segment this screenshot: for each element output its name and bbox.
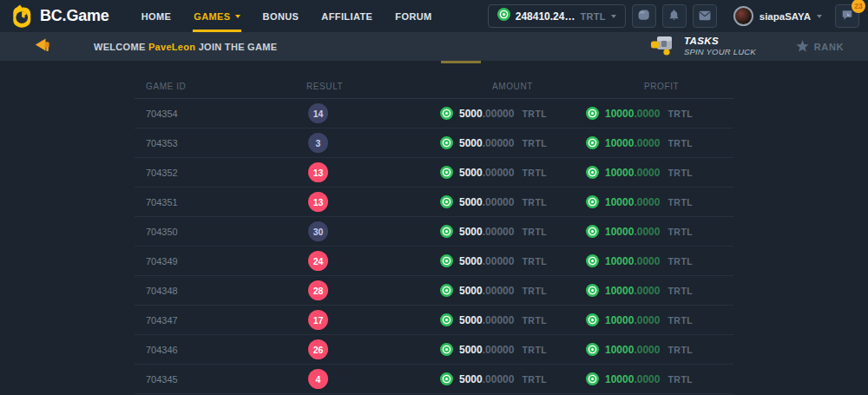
game-id: 704350 [135, 227, 295, 237]
megaphone-icon [35, 37, 52, 56]
chevron-down-icon [235, 15, 240, 18]
brand-name: BC.Game [40, 7, 109, 25]
profit-currency: TRTL [667, 256, 693, 267]
result-cell: 3 [295, 133, 391, 153]
profit-cell: 10000.0000 TRTL [538, 284, 733, 297]
chevron-down-icon [611, 15, 616, 18]
game-id: 704347 [135, 315, 295, 326]
profit-cell: 10000.0000 TRTL [538, 225, 733, 238]
profit-cell: 10000.0000 TRTL [538, 254, 733, 267]
wallet-button[interactable] [632, 4, 656, 28]
table-row[interactable]: 704349 24 5000.00000 TRTL 10000.0000 TRT… [135, 247, 733, 276]
coin-icon [440, 166, 453, 179]
coin-icon [586, 195, 599, 208]
amount-int: 5000 [459, 314, 483, 326]
welcome-message: WELCOME PaveLeon JOIN THE GAME [94, 42, 277, 52]
table-row[interactable]: 704353 3 5000.00000 TRTL 10000.0000 TRTL [135, 128, 733, 158]
amount-int: 5000 [459, 285, 483, 297]
game-id: 704353 [135, 138, 295, 148]
profit-int: 10000 [605, 285, 634, 297]
wallet-icon [637, 9, 650, 24]
amount-frac: .00000 [483, 285, 515, 297]
profit-frac: .0000 [634, 196, 660, 208]
header-game-id: GAME ID [135, 82, 295, 91]
page: BC.Game HOME GAMES BONUS AFFILIATE FORUM… [0, 0, 868, 395]
chat-button[interactable]: 23 [835, 4, 859, 28]
profit-currency: TRTL [667, 374, 693, 385]
amount-frac: .00000 [483, 255, 515, 267]
profit-cell: 10000.0000 TRTL [538, 313, 733, 326]
nav-item[interactable]: HOME [130, 0, 183, 32]
game-id: 704351 [135, 197, 295, 207]
table-row[interactable]: 704352 13 5000.00000 TRTL 10000.0000 TRT… [135, 158, 733, 188]
profit-cell: 10000.0000 TRTL [538, 166, 733, 179]
coin-icon [440, 107, 453, 120]
amount-int: 5000 [459, 226, 483, 238]
table-row[interactable]: 704350 30 5000.00000 TRTL 10000.0000 TRT… [135, 217, 733, 247]
table-row[interactable]: 704347 17 5000.00000 TRTL 10000.0000 TRT… [135, 306, 733, 335]
chevron-down-icon [817, 15, 822, 18]
coin-icon [497, 8, 510, 24]
chat-unread-badge: 23 [852, 0, 865, 13]
amount-cell: 5000.00000 TRTL [391, 225, 538, 238]
amount-frac: .00000 [483, 167, 515, 179]
game-id: 704354 [135, 109, 295, 119]
bcgame-logo-icon [10, 4, 33, 28]
tasks-shortcut[interactable]: TASKS SPIN YOUR LUCK [650, 35, 756, 59]
welcome-username: PaveLeon [148, 42, 195, 52]
nav-item[interactable]: BONUS [252, 0, 311, 32]
rank-label: RANK [814, 42, 844, 52]
profit-currency: TRTL [667, 168, 693, 178]
balance-selector[interactable]: 248410.24… TRTL [488, 4, 626, 28]
bets-table: GAME ID RESULT AMOUNT PROFIT 704354 14 5… [135, 75, 733, 394]
table-row[interactable]: 704348 28 5000.00000 TRTL 10000.0000 TRT… [135, 276, 733, 306]
nav-label: HOME [141, 11, 172, 22]
result-cell: 13 [295, 192, 391, 212]
amount-cell: 5000.00000 TRTL [391, 343, 538, 356]
table-row[interactable]: 704346 26 5000.00000 TRTL 10000.0000 TRT… [135, 335, 733, 365]
amount-int: 5000 [459, 196, 483, 208]
result-badge: 17 [308, 310, 328, 330]
table-row[interactable]: 704354 14 5000.00000 TRTL 10000.0000 TRT… [135, 99, 733, 128]
main-nav: HOME GAMES BONUS AFFILIATE FORUM [130, 0, 444, 32]
nav-item[interactable]: AFFILIATE [310, 0, 384, 32]
brand-logo[interactable]: BC.Game [10, 4, 109, 28]
coin-icon [440, 254, 453, 267]
welcome-banner: WELCOME PaveLeon JOIN THE GAME TASKS SPI… [0, 32, 868, 61]
result-cell: 30 [295, 221, 391, 241]
rank-shortcut[interactable]: RANK [796, 40, 844, 54]
coin-icon [440, 195, 453, 208]
amount-frac: .00000 [483, 108, 515, 120]
profit-currency: TRTL [667, 315, 693, 326]
tasks-title: TASKS [684, 36, 756, 47]
profit-frac: .0000 [634, 344, 660, 356]
nav-item[interactable]: FORUM [384, 0, 443, 32]
notifications-button[interactable] [662, 4, 687, 28]
profit-int: 10000 [605, 137, 634, 149]
profit-int: 10000 [605, 226, 634, 238]
nav-label: FORUM [395, 11, 431, 22]
amount-cell: 5000.00000 TRTL [391, 254, 538, 267]
result-cell: 13 [295, 162, 391, 182]
profit-currency: TRTL [667, 227, 693, 237]
result-cell: 28 [295, 280, 391, 300]
coin-icon [440, 313, 453, 326]
amount-cell: 5000.00000 TRTL [391, 372, 538, 385]
result-cell: 17 [295, 310, 391, 330]
profit-cell: 10000.0000 TRTL [538, 195, 733, 208]
messages-button[interactable] [693, 4, 717, 28]
profit-cell: 10000.0000 TRTL [538, 372, 733, 385]
profit-frac: .0000 [634, 226, 660, 238]
avatar [733, 6, 753, 26]
nav-item[interactable]: GAMES [182, 0, 251, 32]
result-badge: 4 [308, 369, 328, 389]
chat-icon [841, 9, 853, 24]
table-row[interactable]: 704351 13 5000.00000 TRTL 10000.0000 TRT… [135, 188, 733, 217]
coin-icon [440, 284, 453, 297]
nav-label: GAMES [194, 11, 230, 22]
header-result: RESULT [295, 82, 391, 91]
user-menu[interactable]: siapaSAYA [733, 6, 822, 26]
header-profit: PROFIT [538, 82, 733, 91]
balance-value: 248410.24… [516, 10, 575, 23]
table-row[interactable]: 704345 4 5000.00000 TRTL 10000.0000 TRTL [135, 365, 733, 394]
